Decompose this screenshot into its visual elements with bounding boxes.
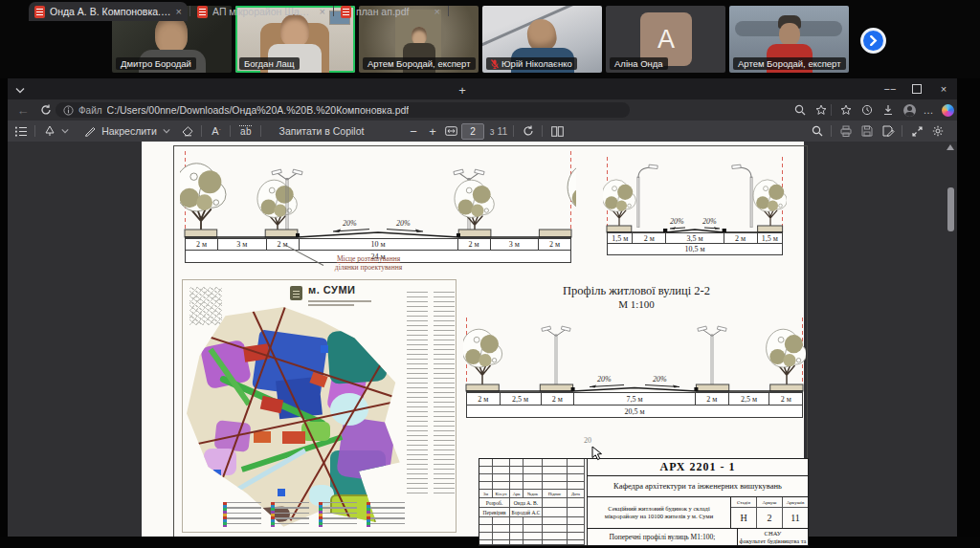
eraser-button[interactable] — [178, 121, 197, 142]
fit-to-width-button[interactable] — [442, 121, 459, 142]
chevron-down-icon — [61, 128, 69, 134]
tab-onda-komponovka[interactable]: Онда А. В. Компоновка.pdf × — [29, 2, 188, 21]
map-legend-block — [319, 502, 357, 527]
tab-title: АП мікрорайон Шаповалова АП — [212, 6, 315, 17]
browser-tab-bar — [8, 78, 957, 99]
highlighter-tool-button[interactable] — [40, 121, 59, 142]
url-field[interactable]: Файл C:/Users/00nne/Downloads/Онда%20А.%… — [56, 102, 630, 118]
toolbar-divider — [260, 125, 261, 137]
scrollbar-up-arrow[interactable] — [947, 144, 954, 150]
stray-annotation: 20 — [584, 436, 591, 445]
next-participants-button[interactable] — [860, 28, 886, 54]
profile-avatar[interactable] — [900, 99, 919, 121]
map-legend-block — [367, 502, 405, 527]
draw-dropdown[interactable] — [161, 121, 172, 142]
tab-ap-mikroraion[interactable]: АП мікрорайон Шаповалова АП × — [191, 2, 331, 21]
save-button[interactable] — [858, 121, 877, 142]
info-icon — [63, 105, 74, 116]
project-description: Секційний житловий будинок у складі мікр… — [588, 497, 731, 528]
draw-tool-button[interactable]: Накреслити — [100, 121, 159, 142]
window-maximize-button[interactable] — [903, 78, 930, 99]
pen-nib-icon — [44, 125, 56, 137]
new-tab-button[interactable]: + — [454, 81, 471, 99]
muted-mic-icon — [491, 59, 499, 69]
rotate-icon — [523, 125, 534, 137]
zoom-out-button[interactable]: − — [406, 121, 421, 142]
search-icon[interactable] — [791, 99, 810, 121]
stage-value: Н — [731, 508, 757, 528]
svg-text:20%: 20% — [702, 217, 717, 226]
svg-text:20%: 20% — [343, 219, 357, 228]
downloads-icon[interactable] — [879, 99, 898, 121]
zoom-in-button[interactable]: + — [425, 121, 440, 142]
dimension-cell: 2 м — [539, 239, 570, 250]
vertical-scrollbar[interactable] — [947, 187, 954, 231]
copilot-icon[interactable] — [938, 99, 957, 121]
participant-video — [155, 15, 188, 54]
dimension-cell: 2 м — [724, 233, 758, 243]
rotate-button[interactable] — [519, 121, 538, 142]
refresh-button[interactable] — [36, 99, 56, 121]
dimension-cell: 2 м — [267, 239, 300, 250]
window-close-button[interactable]: × — [930, 78, 957, 99]
pdf-settings-button[interactable] — [928, 121, 947, 142]
fullscreen-button[interactable] — [907, 121, 926, 142]
street-profile-b-drawing: 20% 20% — [603, 149, 787, 233]
dimension-cell: 2,5 м — [729, 393, 770, 405]
city-zoning-map — [187, 307, 402, 529]
city-emblem-icon — [290, 286, 302, 300]
chevron-down-icon — [15, 87, 25, 94]
fullscreen-icon — [912, 126, 923, 137]
tab-close-icon[interactable]: × — [320, 6, 325, 17]
profile-c-dimension-row: 2 м2,5 м2 м7,5 м2 м2,5 м2 м — [466, 392, 803, 406]
dimension-cell: 3,5 м — [666, 233, 724, 243]
organization-name: СНАУ факультет будівництва та — [738, 529, 808, 545]
svg-text:20%: 20% — [653, 375, 667, 384]
participant-name: Аліна Онда — [610, 57, 668, 70]
profile-b-total-dimension: 10,5 м — [607, 244, 783, 255]
tab-close-icon[interactable]: × — [434, 6, 440, 17]
video-tile-artem-2[interactable]: Артем Бородай, експерт — [729, 6, 849, 73]
print-button[interactable] — [836, 121, 856, 142]
dimension-cell: 3 м — [218, 239, 267, 250]
dimension-cell: 1,5 м — [758, 233, 782, 243]
map-legend-block — [223, 502, 261, 527]
read-aloud-button[interactable]: ab — [235, 121, 256, 142]
history-icon[interactable] — [858, 99, 877, 121]
table-of-contents-button[interactable] — [11, 121, 31, 142]
window-minimize-button[interactable]: −− — [877, 78, 903, 99]
tab-title: Онда А. В. Компоновка.pdf — [50, 6, 171, 17]
save-as-button[interactable] — [879, 121, 898, 142]
participant-name: Богдан Лащ — [239, 57, 300, 70]
toolbar-divider — [201, 125, 202, 137]
two-page-icon — [551, 126, 564, 137]
dimension-cell: 3 м — [491, 239, 540, 250]
ask-copilot-button[interactable]: Запитати в Copilot — [270, 121, 373, 142]
video-tile-yurii[interactable]: Юрій Ніколаєнко — [482, 6, 602, 73]
text-selection-button[interactable]: Aˊ — [207, 121, 226, 142]
pdf-file-icon — [197, 6, 208, 18]
tab-plan-ap[interactable]: план ап.pdf × — [335, 2, 446, 21]
highlighter-dropdown[interactable] — [59, 121, 71, 142]
participant-video — [779, 23, 800, 46]
protocol-label: Файл — [78, 105, 102, 116]
sheet-count: 11 — [783, 508, 808, 528]
profile-b-dimension-row: 1,5 м2 м3,5 м2 м1,5 м — [607, 232, 783, 244]
participant-name: Артем Бородай, експерт — [733, 57, 846, 70]
eraser-icon — [182, 126, 194, 137]
refresh-icon — [40, 104, 52, 116]
video-tile-alina[interactable]: А Аліна Онда — [606, 6, 725, 73]
site-location-note: Місце розташування ділянки проектування — [312, 254, 425, 273]
more-menu-icon[interactable]: … — [919, 99, 938, 121]
tab-close-icon[interactable]: × — [176, 6, 182, 17]
pdf-search-button[interactable] — [808, 121, 827, 142]
sheet-number: 2 — [757, 508, 783, 528]
draw-tool-icon[interactable] — [82, 121, 98, 142]
tab-divider — [333, 6, 334, 16]
page-number-input[interactable]: 2 — [461, 123, 484, 140]
page-view-button[interactable] — [547, 121, 567, 142]
favorites-bar-icon[interactable] — [836, 99, 856, 121]
tab-search-button[interactable] — [11, 81, 29, 99]
back-button[interactable]: ← — [13, 99, 33, 121]
favorite-star-icon[interactable] — [812, 99, 831, 121]
